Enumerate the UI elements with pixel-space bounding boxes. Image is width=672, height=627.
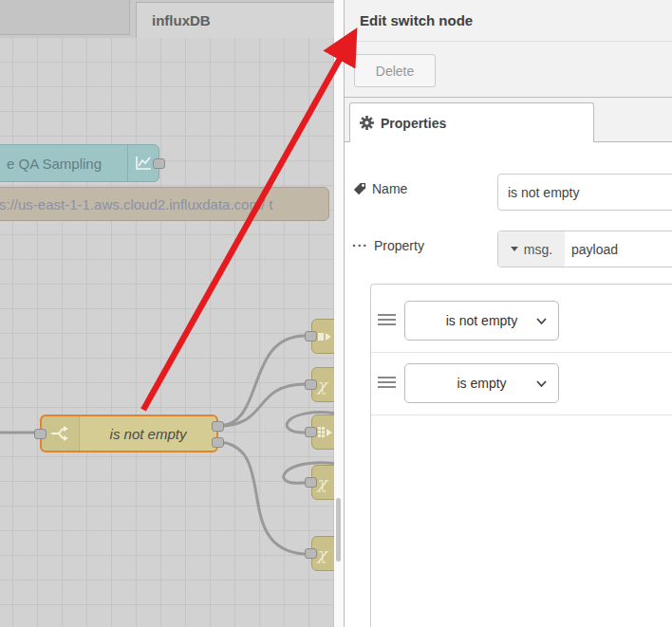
switch-node-input-port[interactable] — [34, 429, 47, 439]
clipped-node-4-port[interactable] — [305, 477, 317, 488]
property-field-label: ··· Property — [352, 238, 424, 253]
name-input[interactable]: is not empty — [497, 174, 672, 211]
drag-handle-icon[interactable] — [378, 377, 396, 388]
wire-out1-node2 — [220, 384, 306, 426]
switch-node-output-port-1[interactable] — [212, 421, 224, 432]
switch-node-selected[interactable]: is not empty — [40, 415, 218, 452]
gear-icon — [360, 116, 374, 130]
chevron-down-icon — [536, 380, 547, 388]
rule-row-2: is empty — [371, 353, 672, 415]
drag-handle-icon[interactable] — [378, 314, 396, 325]
rule-list: is not empty is empty — [370, 284, 672, 627]
rule-1-operator-select[interactable]: is not empty — [404, 301, 559, 341]
property-type-button[interactable]: msg. — [498, 231, 565, 267]
chevron-down-icon — [536, 318, 547, 325]
caret-down-icon — [511, 247, 518, 251]
panel-header: Edit switch node — [345, 0, 672, 42]
panel-tabbar: Properties — [345, 98, 672, 142]
switch-node-label: is not empty — [80, 416, 216, 451]
clipped-node-2[interactable]: χ — [311, 367, 334, 402]
tab-properties[interactable]: Properties — [349, 102, 594, 142]
canvas-scrollbar-track — [334, 0, 344, 627]
clipped-node-5[interactable]: χ — [311, 536, 334, 571]
chi-icon: χ — [317, 473, 327, 492]
clipped-node-3-port[interactable] — [305, 427, 317, 437]
http-node-label: s://us-east-1-1.aws.cloud2.influxdata.co… — [0, 196, 272, 212]
chart-node-output-port[interactable] — [153, 158, 165, 169]
flow-wires — [0, 0, 334, 627]
wire-out1-node1 — [220, 336, 306, 426]
property-input-group[interactable]: msg. payload — [497, 231, 672, 267]
rule-row-1: is not empty — [371, 285, 672, 353]
panel-title: Edit switch node — [360, 12, 473, 28]
batch-icon — [317, 426, 333, 439]
template-icon — [317, 330, 332, 343]
name-field-label: Name — [353, 181, 407, 196]
flow-canvas[interactable]: influxDB e QA Sampling s://us-east-1-1.a… — [0, 0, 334, 627]
panel-content: Name is not empty ··· Property msg. payl… — [345, 142, 672, 627]
clipped-node-1-port[interactable] — [305, 331, 317, 341]
tag-icon — [353, 182, 366, 195]
canvas-scrollbar-thumb[interactable] — [336, 498, 341, 562]
clipped-node-4[interactable]: χ — [311, 465, 334, 500]
clipped-node-2-port[interactable] — [305, 379, 317, 390]
chart-node-label: e QA Sampling — [7, 145, 102, 181]
switch-icon — [42, 416, 80, 451]
edit-node-panel: Edit switch node Delete Properties — [344, 0, 672, 627]
panel-toolbar: Delete — [345, 42, 672, 98]
ellipsis-icon: ··· — [352, 238, 368, 253]
tab-properties-label: Properties — [381, 116, 446, 131]
clipped-node-3[interactable] — [311, 415, 334, 450]
clipped-node-5-port[interactable] — [305, 548, 317, 559]
chart-node[interactable]: e QA Sampling — [0, 144, 159, 182]
switch-node-output-port-2[interactable] — [212, 437, 224, 448]
rule-2-operator-select[interactable]: is empty — [404, 363, 559, 403]
chi-icon: χ — [317, 376, 327, 395]
clipped-node-1[interactable] — [311, 319, 334, 354]
chi-icon: χ — [317, 544, 327, 563]
delete-button[interactable]: Delete — [354, 54, 436, 87]
http-request-node[interactable]: s://us-east-1-1.aws.cloud2.influxdata.co… — [0, 187, 329, 221]
property-value-input[interactable]: payload — [565, 231, 672, 267]
wire-out2-node5 — [220, 442, 304, 554]
